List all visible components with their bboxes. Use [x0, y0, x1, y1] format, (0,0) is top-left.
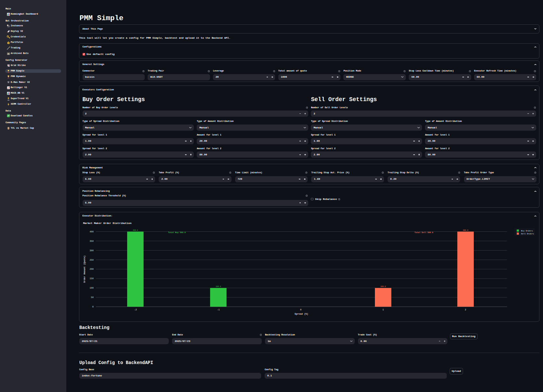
svg-text:350: 350 [89, 240, 94, 242]
svg-text:400.0: 400.0 [463, 229, 468, 231]
svg-text:150: 150 [89, 277, 94, 280]
svg-text:Total Sell 500.0: Total Sell 500.0 [415, 231, 433, 234]
svg-text:50: 50 [91, 296, 94, 299]
svg-text:400.0: 400.0 [133, 229, 138, 231]
svg-text:400: 400 [89, 230, 94, 233]
svg-text:100.0: 100.0 [216, 285, 221, 288]
svg-text:$: $ [8, 42, 9, 44]
svg-text:300: 300 [89, 249, 94, 252]
svg-text:Total Buy 500.0: Total Buy 500.0 [168, 231, 186, 234]
svg-text:200: 200 [89, 268, 94, 270]
svg-text:2: 2 [465, 308, 466, 311]
svg-text:250: 250 [89, 259, 94, 261]
svg-text:1: 1 [382, 308, 384, 311]
svg-text:-1: -1 [217, 308, 219, 311]
svg-text:0: 0 [300, 308, 301, 311]
svg-text:100: 100 [89, 287, 94, 289]
svg-text:-2: -2 [134, 308, 137, 311]
svg-text:0: 0 [92, 306, 94, 308]
svg-text:Buy Orders: Buy Orders [521, 230, 533, 232]
svg-text:Sell Orders: Sell Orders [521, 233, 534, 235]
svg-text:Spread (%): Spread (%) [295, 313, 308, 315]
svg-text:100.0: 100.0 [380, 285, 386, 288]
svg-text:Order Amount (Quote): Order Amount (Quote) [83, 255, 86, 283]
